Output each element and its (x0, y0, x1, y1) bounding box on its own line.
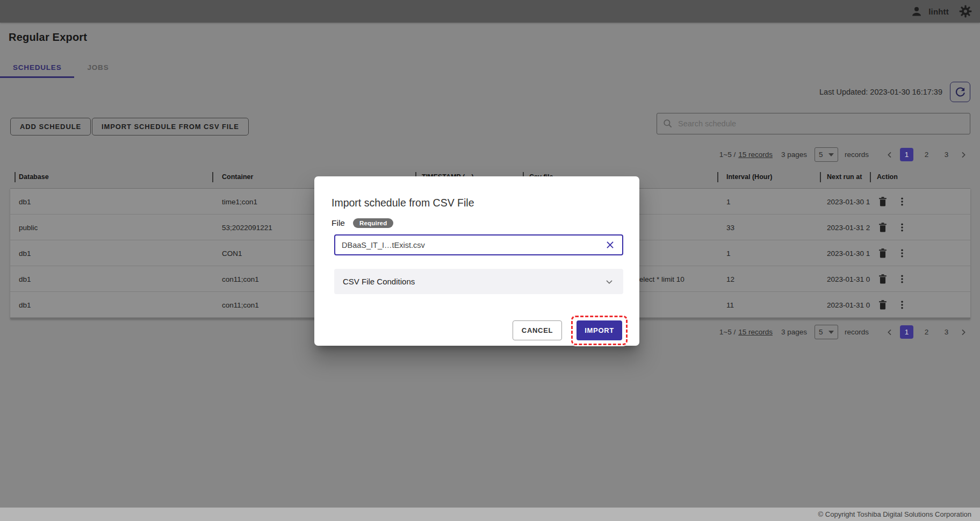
tab-schedules[interactable]: SCHEDULES (0, 58, 74, 76)
cell-container: CON1 (222, 240, 242, 266)
page-size-select[interactable]: 5 (815, 325, 838, 339)
delete-trash-icon[interactable] (877, 266, 889, 292)
import-csv-dialog: Import schedule from CSV File File Requi… (314, 176, 639, 346)
chevron-down-icon (604, 276, 615, 287)
col-header-action: Action (877, 173, 898, 181)
cell-container: con11;con1 (222, 266, 259, 292)
file-field-label-row: File Required (332, 218, 393, 228)
col-header-next-run: Next run at (827, 173, 862, 181)
csv-conditions-expander[interactable]: CSV File Conditions (334, 269, 623, 294)
cell-interval: 12 (726, 266, 734, 292)
cell-container: time1;con1 (222, 189, 257, 215)
pagination-range: 1~5 / (719, 328, 736, 336)
caret-down-icon (828, 153, 834, 156)
pages-count-label: 3 pages (781, 151, 807, 159)
page-number-3[interactable]: 3 (940, 148, 953, 161)
delete-trash-icon[interactable] (877, 215, 889, 240)
refresh-button[interactable] (950, 82, 970, 102)
tab-jobs[interactable]: JOBS (74, 58, 121, 76)
delete-trash-icon[interactable] (877, 189, 889, 215)
page-title: Regular Export (9, 31, 87, 44)
col-header-database: Database (19, 173, 49, 181)
page-size-value: 5 (819, 328, 823, 336)
chevron-right-icon[interactable] (956, 148, 970, 162)
refresh-icon (954, 86, 966, 98)
footer: © Copyright Toshiba Digital Solutions Co… (0, 508, 980, 521)
chevron-right-icon[interactable] (956, 325, 970, 339)
chevron-left-icon[interactable] (883, 148, 897, 162)
kebab-menu-icon[interactable] (897, 266, 907, 292)
page-size-select[interactable]: 5 (815, 147, 838, 162)
col-header-interval: Interval (Hour) (726, 173, 772, 181)
file-input-field[interactable] (334, 234, 623, 255)
close-x-icon (605, 240, 615, 250)
kebab-menu-icon[interactable] (897, 189, 907, 215)
header-divider (717, 172, 718, 182)
col-header-container: Container (222, 173, 253, 181)
records-word-label: records (845, 328, 869, 336)
file-label: File (332, 218, 345, 228)
import-button[interactable]: IMPORT (577, 320, 622, 340)
caret-down-icon (828, 331, 834, 334)
add-schedule-button[interactable]: ADD SCHEDULE (10, 118, 91, 135)
required-badge: Required (353, 218, 393, 228)
cell-database: db1 (19, 266, 31, 292)
cell-database: db1 (19, 240, 31, 266)
records-count-link[interactable]: 15 records (738, 151, 773, 159)
page-number-1[interactable]: 1 (900, 325, 913, 339)
delete-trash-icon[interactable] (877, 240, 889, 266)
gear-icon[interactable] (959, 4, 972, 18)
last-updated-label: Last Updated: 2023-01-30 16:17:39 (819, 88, 942, 96)
user-avatar-icon (910, 5, 923, 18)
cell-interval: 1 (726, 240, 731, 266)
tab-bar: SCHEDULES JOBS (0, 58, 121, 76)
header-divider (870, 172, 871, 182)
kebab-menu-icon[interactable] (897, 292, 907, 318)
cell-interval: 11 (726, 292, 734, 318)
cell-container: con11;con1 (222, 292, 259, 318)
search-input[interactable] (678, 119, 964, 128)
import-schedule-csv-button[interactable]: IMPORT SCHEDULE FROM CSV FILE (92, 118, 249, 135)
cell-container: 53;2022091221 (222, 215, 272, 240)
copyright-label: © Copyright Toshiba Digital Solutions Co… (818, 510, 971, 518)
kebab-menu-icon[interactable] (897, 215, 907, 240)
actions-row: ADD SCHEDULE IMPORT SCHEDULE FROM CSV FI… (0, 113, 980, 137)
regular-export-page: linhtt (0, 0, 980, 521)
cell-database: db1 (19, 189, 31, 215)
header-divider (15, 172, 16, 182)
file-name-input[interactable] (342, 241, 604, 249)
cell-next-run: 2023-01-30 1 (827, 240, 870, 266)
pagination-bottom: 1~5 / 15 records 3 pages 5 records 1 2 3 (719, 325, 970, 339)
cell-database: public (19, 215, 38, 240)
pagination-top: 1~5 / 15 records 3 pages 5 records 1 2 3 (719, 147, 970, 162)
search-icon (662, 118, 673, 129)
cancel-button[interactable]: CANCEL (513, 320, 562, 340)
cell-condition: select * limit 10 (636, 266, 684, 292)
chevron-left-icon[interactable] (883, 325, 897, 339)
dialog-title: Import schedule from CSV File (332, 197, 474, 209)
header-divider (212, 172, 213, 182)
search-box[interactable] (657, 113, 970, 134)
csv-conditions-label: CSV File Conditions (343, 277, 415, 286)
cell-database: db1 (19, 292, 31, 318)
pages-count-label: 3 pages (781, 328, 807, 336)
page-number-2[interactable]: 2 (920, 325, 933, 339)
page-number-3[interactable]: 3 (940, 325, 953, 339)
cell-next-run: 2023-01-31 2 (827, 215, 870, 240)
cell-next-run: 2023-01-31 0 (827, 292, 870, 318)
clear-file-button[interactable] (604, 239, 616, 251)
page-number-2[interactable]: 2 (920, 148, 933, 161)
kebab-menu-icon[interactable] (897, 240, 907, 266)
page-number-1[interactable]: 1 (900, 148, 913, 161)
meta-row: Last Updated: 2023-01-30 16:17:39 (819, 82, 970, 102)
records-count-link[interactable]: 15 records (738, 328, 773, 336)
cell-interval: 1 (726, 189, 731, 215)
username-label[interactable]: linhtt (928, 7, 949, 16)
header-divider (820, 172, 821, 182)
cell-interval: 33 (726, 215, 734, 240)
records-word-label: records (845, 151, 869, 159)
delete-trash-icon[interactable] (877, 292, 889, 318)
cell-next-run: 2023-01-30 1 (827, 189, 870, 215)
topbar: linhtt (0, 0, 980, 23)
pagination-range: 1~5 / (719, 151, 736, 159)
